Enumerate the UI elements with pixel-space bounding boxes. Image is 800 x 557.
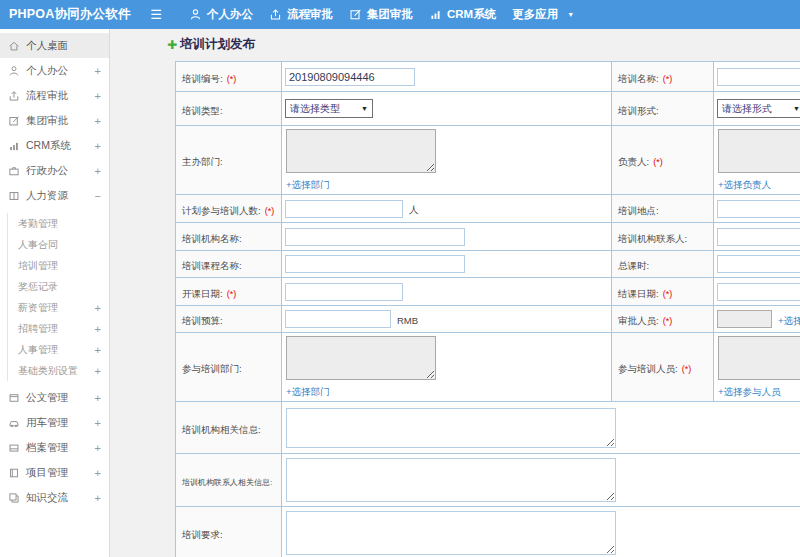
org-info-textarea[interactable] xyxy=(286,408,616,448)
sidebar-item-personal-desktop[interactable]: 个人桌面 xyxy=(0,33,109,58)
planned-count-label: 计划参与培训人数: xyxy=(182,205,261,216)
sidebar-subitem-label: 奖惩记录 xyxy=(18,280,58,294)
expand-indicator[interactable]: + xyxy=(95,90,101,102)
form-row: 培训机构名称: 培训机构联系人: xyxy=(176,223,800,251)
start-date-input[interactable] xyxy=(285,283,403,301)
host-dept-textarea[interactable] xyxy=(286,129,436,173)
sidebar-subitem-recruitment[interactable]: 招聘管理 + xyxy=(8,318,109,339)
expand-indicator[interactable]: + xyxy=(95,302,101,314)
location-input[interactable] xyxy=(717,200,800,218)
course-name-input[interactable] xyxy=(285,255,465,273)
select-value: 请选择形式 xyxy=(722,102,772,116)
sidebar-item-label: 用车管理 xyxy=(26,416,68,430)
sidebar-subitem-attendance[interactable]: 考勤管理 xyxy=(8,213,109,234)
sidebar-subitem-label: 考勤管理 xyxy=(18,217,58,231)
sidebar-subitem-label: 基础类别设置 xyxy=(18,364,78,378)
select-dept-link[interactable]: +选择部门 xyxy=(286,179,330,192)
book-icon xyxy=(8,190,20,202)
expand-indicator[interactable]: + xyxy=(95,323,101,335)
org-name-input[interactable] xyxy=(285,228,465,246)
total-hours-input[interactable] xyxy=(717,255,800,273)
nav-more-apps[interactable]: 更多应用 ▼ xyxy=(512,7,574,22)
select-dept-link[interactable]: +选择部门 xyxy=(286,386,330,399)
collapse-indicator[interactable]: − xyxy=(95,190,101,202)
expand-indicator[interactable]: + xyxy=(95,344,101,356)
sidebar-subitem-personnel[interactable]: 人事管理 + xyxy=(8,339,109,360)
nav-group-approval[interactable]: 集团审批 xyxy=(349,7,413,22)
nav-personal-office[interactable]: 个人办公 xyxy=(189,7,253,22)
sidebar-item-label: 公文管理 xyxy=(26,391,68,405)
sidebar-subitem-label: 人事管理 xyxy=(18,343,58,357)
select-arrow-icon: ▼ xyxy=(793,105,800,112)
expand-indicator[interactable]: + xyxy=(95,392,101,404)
sidebar-item-admin-office[interactable]: 行政办公 + xyxy=(0,158,109,183)
sidebar-item-personal-office[interactable]: 个人办公 + xyxy=(0,58,109,83)
sidebar-subitem-reward-punishment[interactable]: 奖惩记录 xyxy=(8,276,109,297)
form-row: 培训预算: RMB 审批人员:(*) +选择审批人员 xyxy=(176,306,800,333)
sidebar-subitem-label: 人事合同 xyxy=(18,238,58,252)
join-people-textarea[interactable] xyxy=(718,336,800,380)
sidebar-item-group-approval[interactable]: 集团审批 + xyxy=(0,108,109,133)
training-name-input[interactable] xyxy=(717,68,800,86)
user-icon xyxy=(189,8,202,21)
expand-indicator[interactable]: + xyxy=(95,417,101,429)
nav-crm-system[interactable]: CRM系统 xyxy=(429,7,496,22)
sidebar-item-official-docs[interactable]: 公文管理 + xyxy=(0,385,109,410)
expand-indicator[interactable]: + xyxy=(95,140,101,152)
planned-count-input[interactable] xyxy=(285,200,403,218)
budget-input[interactable] xyxy=(285,310,391,328)
expand-indicator[interactable]: + xyxy=(95,365,101,377)
nav-workflow-approval[interactable]: 流程审批 xyxy=(269,7,333,22)
nav-label: CRM系统 xyxy=(447,7,496,22)
org-info-label: 培训机构相关信息: xyxy=(182,424,261,435)
training-form-select[interactable]: 请选择形式▼ xyxy=(717,99,800,118)
training-form-table: 培训编号:(*) 培训名称:(*) 培训类型: 请选择类型▼ 培训形式: 请选择… xyxy=(175,61,800,557)
sidebar-item-knowledge-exchange[interactable]: 知识交流 + xyxy=(0,485,109,510)
end-date-input[interactable] xyxy=(717,283,800,301)
briefcase-icon xyxy=(8,165,20,177)
sidebar-subitem-hr-contract[interactable]: 人事合同 xyxy=(8,234,109,255)
training-type-select[interactable]: 请选择类型▼ xyxy=(285,99,373,118)
expand-indicator[interactable]: + xyxy=(95,442,101,454)
nav-label: 集团审批 xyxy=(367,7,413,22)
select-participants-link[interactable]: +选择参与人员 xyxy=(718,386,781,399)
requirements-textarea[interactable] xyxy=(286,511,616,555)
car-icon xyxy=(8,417,20,429)
expand-indicator[interactable]: + xyxy=(95,492,101,504)
select-approver-link[interactable]: +选择审批人员 xyxy=(778,315,800,328)
expand-indicator[interactable]: + xyxy=(95,467,101,479)
form-row: 培训课程名称: 总课时: xyxy=(176,251,800,278)
sidebar-subitem-base-category[interactable]: 基础类别设置 + xyxy=(8,360,109,381)
leader-label: 负责人: xyxy=(618,156,649,167)
sidebar-item-crm-system[interactable]: CRM系统 + xyxy=(0,133,109,158)
home-icon xyxy=(8,40,20,52)
sidebar-item-workflow-approval[interactable]: 流程审批 + xyxy=(0,83,109,108)
host-dept-label: 主办部门: xyxy=(182,156,223,167)
sidebar-subitem-training-management[interactable]: 培训管理 xyxy=(8,255,109,276)
sidebar-subitem-salary-management[interactable]: 薪资管理 + xyxy=(8,297,109,318)
edit-icon xyxy=(8,115,20,127)
sidebar-item-human-resources[interactable]: 人力资源 − xyxy=(0,183,109,208)
org-contact-input[interactable] xyxy=(717,228,800,246)
sidebar-subitem-label: 培训管理 xyxy=(18,259,58,273)
form-row: 主办部门: +选择部门 负责人:(*) +选择负责人 xyxy=(176,126,800,195)
org-contact-info-textarea[interactable] xyxy=(286,458,616,502)
join-depts-textarea[interactable] xyxy=(286,336,436,380)
sidebar-item-archive-management[interactable]: 档案管理 + xyxy=(0,435,109,460)
sidebar-item-vehicle-management[interactable]: 用车管理 + xyxy=(0,410,109,435)
course-name-label: 培训课程名称: xyxy=(182,260,242,271)
training-no-input[interactable] xyxy=(285,68,415,86)
select-value: 请选择类型 xyxy=(290,102,340,116)
approver-input[interactable] xyxy=(717,310,772,328)
expand-indicator[interactable]: + xyxy=(95,165,101,177)
select-leader-link[interactable]: +选择负责人 xyxy=(718,179,771,192)
expand-indicator[interactable]: + xyxy=(95,115,101,127)
hr-submenu: 考勤管理 人事合同 培训管理 奖惩记录 薪资管理 + 招聘管理 + 人事管理 +… xyxy=(7,213,109,381)
required-mark: (*) xyxy=(663,74,673,84)
expand-indicator[interactable]: + xyxy=(95,65,101,77)
sidebar-item-project-management[interactable]: 项目管理 + xyxy=(0,460,109,485)
hamburger-icon[interactable]: ☰ xyxy=(143,7,169,22)
plus-icon: ✚ xyxy=(167,38,177,52)
total-hours-label: 总课时: xyxy=(618,260,649,271)
leader-textarea[interactable] xyxy=(718,129,800,173)
